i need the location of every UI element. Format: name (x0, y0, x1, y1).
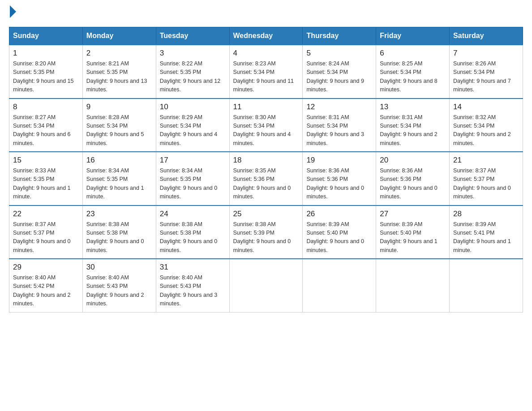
calendar-day-cell: 3 Sunrise: 8:22 AM Sunset: 5:35 PM Dayli… (156, 45, 229, 98)
calendar-table: SundayMondayTuesdayWednesdayThursdayFrid… (9, 27, 523, 313)
calendar-body: 1 Sunrise: 8:20 AM Sunset: 5:35 PM Dayli… (9, 45, 523, 312)
weekday-header-thursday: Thursday (303, 27, 376, 45)
weekday-header-wednesday: Wednesday (229, 27, 303, 45)
calendar-day-cell (450, 259, 523, 312)
calendar-day-cell: 15 Sunrise: 8:33 AM Sunset: 5:35 PM Dayl… (9, 152, 83, 206)
logo-arrow-icon (10, 5, 16, 18)
weekday-header-friday: Friday (376, 27, 450, 45)
day-number: 30 (86, 263, 152, 272)
day-number: 29 (13, 263, 79, 272)
day-number: 22 (13, 210, 79, 218)
day-number: 5 (306, 49, 372, 58)
day-number: 19 (306, 156, 372, 165)
calendar-day-cell: 20 Sunrise: 8:36 AM Sunset: 5:36 PM Dayl… (376, 152, 450, 206)
calendar-day-cell: 30 Sunrise: 8:40 AM Sunset: 5:43 PM Dayl… (82, 259, 156, 312)
calendar-day-cell: 22 Sunrise: 8:37 AM Sunset: 5:37 PM Dayl… (9, 206, 83, 259)
calendar-day-cell: 7 Sunrise: 8:26 AM Sunset: 5:34 PM Dayli… (450, 45, 523, 98)
day-number: 11 (233, 103, 299, 111)
calendar-day-cell: 23 Sunrise: 8:38 AM Sunset: 5:38 PM Dayl… (82, 206, 156, 259)
weekday-header-monday: Monday (82, 27, 156, 45)
day-number: 7 (453, 49, 519, 58)
calendar-day-cell: 6 Sunrise: 8:25 AM Sunset: 5:34 PM Dayli… (376, 45, 450, 98)
calendar-day-cell: 8 Sunrise: 8:27 AM Sunset: 5:34 PM Dayli… (9, 98, 83, 152)
day-info: Sunrise: 8:31 AM Sunset: 5:34 PM Dayligh… (380, 113, 446, 148)
calendar-day-cell: 13 Sunrise: 8:31 AM Sunset: 5:34 PM Dayl… (376, 98, 450, 152)
calendar-day-cell: 27 Sunrise: 8:39 AM Sunset: 5:40 PM Dayl… (376, 206, 450, 259)
day-number: 26 (306, 210, 372, 218)
day-number: 25 (233, 210, 299, 218)
day-number: 2 (86, 49, 152, 58)
day-info: Sunrise: 8:38 AM Sunset: 5:38 PM Dayligh… (160, 220, 226, 255)
day-info: Sunrise: 8:28 AM Sunset: 5:34 PM Dayligh… (86, 113, 152, 148)
day-info: Sunrise: 8:23 AM Sunset: 5:34 PM Dayligh… (233, 60, 299, 94)
day-number: 10 (160, 103, 226, 111)
calendar-day-cell: 18 Sunrise: 8:35 AM Sunset: 5:36 PM Dayl… (229, 152, 303, 206)
day-info: Sunrise: 8:30 AM Sunset: 5:34 PM Dayligh… (233, 113, 299, 148)
day-info: Sunrise: 8:27 AM Sunset: 5:34 PM Dayligh… (13, 113, 79, 148)
day-info: Sunrise: 8:37 AM Sunset: 5:37 PM Dayligh… (453, 167, 519, 201)
weekday-header-sunday: Sunday (9, 27, 83, 45)
day-info: Sunrise: 8:40 AM Sunset: 5:43 PM Dayligh… (160, 274, 226, 308)
calendar-day-cell: 16 Sunrise: 8:34 AM Sunset: 5:35 PM Dayl… (82, 152, 156, 206)
day-info: Sunrise: 8:39 AM Sunset: 5:40 PM Dayligh… (380, 220, 446, 255)
calendar-day-cell: 24 Sunrise: 8:38 AM Sunset: 5:38 PM Dayl… (156, 206, 229, 259)
calendar-day-cell: 11 Sunrise: 8:30 AM Sunset: 5:34 PM Dayl… (229, 98, 303, 152)
calendar-day-cell: 17 Sunrise: 8:34 AM Sunset: 5:35 PM Dayl… (156, 152, 229, 206)
calendar-header: SundayMondayTuesdayWednesdayThursdayFrid… (9, 27, 523, 45)
calendar-day-cell: 19 Sunrise: 8:36 AM Sunset: 5:36 PM Dayl… (303, 152, 376, 206)
weekday-header-saturday: Saturday (450, 27, 523, 45)
day-number: 8 (13, 103, 79, 111)
day-number: 23 (86, 210, 152, 218)
calendar-week-row: 22 Sunrise: 8:37 AM Sunset: 5:37 PM Dayl… (9, 206, 523, 259)
weekday-header-tuesday: Tuesday (156, 27, 229, 45)
day-info: Sunrise: 8:40 AM Sunset: 5:42 PM Dayligh… (13, 274, 79, 308)
day-info: Sunrise: 8:24 AM Sunset: 5:34 PM Dayligh… (306, 60, 372, 94)
calendar-day-cell: 12 Sunrise: 8:31 AM Sunset: 5:34 PM Dayl… (303, 98, 376, 152)
day-number: 9 (86, 103, 152, 111)
day-number: 18 (233, 156, 299, 165)
calendar-day-cell: 9 Sunrise: 8:28 AM Sunset: 5:34 PM Dayli… (82, 98, 156, 152)
calendar-week-row: 1 Sunrise: 8:20 AM Sunset: 5:35 PM Dayli… (9, 45, 523, 98)
calendar-day-cell: 31 Sunrise: 8:40 AM Sunset: 5:43 PM Dayl… (156, 259, 229, 312)
day-number: 16 (86, 156, 152, 165)
calendar-day-cell: 4 Sunrise: 8:23 AM Sunset: 5:34 PM Dayli… (229, 45, 303, 98)
day-info: Sunrise: 8:25 AM Sunset: 5:34 PM Dayligh… (380, 60, 446, 94)
calendar-day-cell: 28 Sunrise: 8:39 AM Sunset: 5:41 PM Dayl… (450, 206, 523, 259)
calendar-day-cell: 2 Sunrise: 8:21 AM Sunset: 5:35 PM Dayli… (82, 45, 156, 98)
calendar-week-row: 29 Sunrise: 8:40 AM Sunset: 5:42 PM Dayl… (9, 259, 523, 312)
day-info: Sunrise: 8:29 AM Sunset: 5:34 PM Dayligh… (160, 113, 226, 148)
day-info: Sunrise: 8:21 AM Sunset: 5:35 PM Dayligh… (86, 60, 152, 94)
calendar-week-row: 15 Sunrise: 8:33 AM Sunset: 5:35 PM Dayl… (9, 152, 523, 206)
day-number: 13 (380, 103, 446, 111)
calendar-day-cell: 21 Sunrise: 8:37 AM Sunset: 5:37 PM Dayl… (450, 152, 523, 206)
calendar-day-cell: 14 Sunrise: 8:32 AM Sunset: 5:34 PM Dayl… (450, 98, 523, 152)
calendar-day-cell (303, 259, 376, 312)
day-info: Sunrise: 8:40 AM Sunset: 5:43 PM Dayligh… (86, 274, 152, 308)
day-number: 21 (453, 156, 519, 165)
day-info: Sunrise: 8:38 AM Sunset: 5:38 PM Dayligh… (86, 220, 152, 255)
day-number: 6 (380, 49, 446, 58)
day-info: Sunrise: 8:34 AM Sunset: 5:35 PM Dayligh… (86, 167, 152, 201)
day-number: 24 (160, 210, 226, 218)
calendar-day-cell (376, 259, 450, 312)
logo (9, 9, 16, 18)
day-number: 14 (453, 103, 519, 111)
day-number: 15 (13, 156, 79, 165)
day-info: Sunrise: 8:31 AM Sunset: 5:34 PM Dayligh… (306, 113, 372, 148)
day-number: 31 (160, 263, 226, 272)
day-info: Sunrise: 8:26 AM Sunset: 5:34 PM Dayligh… (453, 60, 519, 94)
day-info: Sunrise: 8:33 AM Sunset: 5:35 PM Dayligh… (13, 167, 79, 201)
day-info: Sunrise: 8:22 AM Sunset: 5:35 PM Dayligh… (160, 60, 226, 94)
day-number: 1 (13, 49, 79, 58)
day-info: Sunrise: 8:20 AM Sunset: 5:35 PM Dayligh… (13, 60, 79, 94)
day-number: 3 (160, 49, 226, 58)
day-number: 20 (380, 156, 446, 165)
day-info: Sunrise: 8:36 AM Sunset: 5:36 PM Dayligh… (380, 167, 446, 201)
calendar-day-cell: 1 Sunrise: 8:20 AM Sunset: 5:35 PM Dayli… (9, 45, 83, 98)
calendar-day-cell: 29 Sunrise: 8:40 AM Sunset: 5:42 PM Dayl… (9, 259, 83, 312)
calendar-week-row: 8 Sunrise: 8:27 AM Sunset: 5:34 PM Dayli… (9, 98, 523, 152)
calendar-day-cell (229, 259, 303, 312)
day-number: 17 (160, 156, 226, 165)
day-info: Sunrise: 8:35 AM Sunset: 5:36 PM Dayligh… (233, 167, 299, 201)
calendar-day-cell: 26 Sunrise: 8:39 AM Sunset: 5:40 PM Dayl… (303, 206, 376, 259)
